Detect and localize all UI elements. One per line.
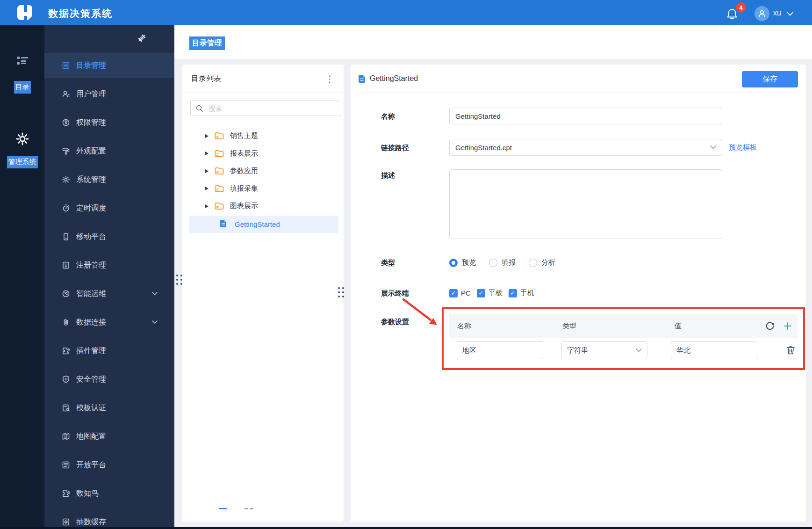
chevron-down-icon [710,145,716,149]
document-plus-icon [62,261,70,269]
sidebar-item-system-management[interactable]: 系统管理 [44,167,174,192]
radio-unselected-icon[interactable] [489,259,497,267]
catalog-tree: 销售主题 报表展示 参数应用 填报采集 [182,127,344,215]
rail-label-directory[interactable]: 目录 [14,81,31,94]
tree-folder-label: 报表展示 [230,149,258,158]
checkbox-label: 手机 [520,289,534,297]
panel-resize-handle[interactable] [338,287,344,297]
sidebar-item-label: 数知鸟 [76,489,99,499]
key-icon [62,118,70,127]
tree-folder-parameter-apps[interactable]: 参数应用 [182,162,344,180]
caret-right-icon[interactable] [205,152,208,155]
checkbox-checked-icon[interactable]: ✓ [449,289,458,297]
sidebar-item-label: 用户管理 [76,89,106,99]
caret-right-icon[interactable] [205,169,208,173]
radio-unselected-icon[interactable] [529,259,537,267]
app-title: 数据决策系统 [48,7,113,20]
search-input[interactable] [208,104,336,113]
checkbox-checked-icon[interactable]: ✓ [509,289,517,297]
sidebar-resize-handle[interactable] [176,275,182,285]
folder-icon [215,185,224,193]
preview-template-link[interactable]: 预览模板 [729,143,757,152]
map-icon [62,432,70,441]
folder-icon [215,167,224,175]
rail-label-admin-system[interactable]: 管理系统 [7,156,38,168]
terminal-option-mobile[interactable]: ✓ 手机 [509,289,534,297]
radio-label: 预览 [462,258,476,267]
param-type-select[interactable]: 字符串 [561,341,647,359]
tree-folder-chart-display[interactable]: 图表展示 [182,197,344,215]
sidebar-item-security-management[interactable]: 安全管理 [44,367,174,392]
sidebar-item-data-cache[interactable]: 抽数缓存 [44,509,174,529]
paint-roller-icon [62,147,70,155]
sidebar-item-permission-management[interactable]: 权限管理 [44,110,174,135]
parameter-table-header: 名称 类型 值 [449,314,798,338]
param-type-value: 字符串 [567,346,636,355]
param-name-input[interactable] [457,341,543,359]
sidebar-item-template-certification[interactable]: 模板认证 [44,395,174,420]
sidebar-item-user-management[interactable]: 用户管理 [44,81,174,107]
admin-gear-nav-icon[interactable] [15,132,29,146]
paperclip-icon [62,318,70,326]
caret-right-icon[interactable] [205,204,208,208]
param-value-input[interactable] [671,341,758,359]
sidebar-item-plugin-management[interactable]: 插件管理 [44,338,174,363]
sidebar-item-appearance-config[interactable]: 外观配置 [44,138,174,164]
sidebar-item-catalog-management[interactable]: 目录管理 [44,53,174,78]
sidebar-item-open-platform[interactable]: 开放平台 [44,452,174,478]
username-label: xu [773,9,781,17]
sidebar-item-label: 模板认证 [76,403,106,413]
sidebar-item-registration-management[interactable]: 注册管理 [44,253,174,278]
type-option-preview[interactable]: 预览 [449,258,476,267]
more-options-kebab-icon[interactable]: ⋮ [325,74,334,83]
terminal-option-pc[interactable]: ✓ PC [449,289,471,297]
sidebar-item-shuzhiniao[interactable]: 数知鸟 [44,481,174,506]
folder-icon [215,132,224,140]
delete-row-trash-icon[interactable] [786,345,795,355]
terminal-option-tablet[interactable]: ✓ 平板 [477,289,503,297]
sidebar-item-mobile-platform[interactable]: 移动平台 [44,224,174,249]
sidebar-item-intelligent-ops[interactable]: 智能运维 [44,281,174,306]
tree-folder-data-entry[interactable]: 填报采集 [182,180,344,198]
tree-folder-sales-theme[interactable]: 销售主题 [182,127,344,145]
refresh-icon[interactable] [765,321,775,331]
smartphone-icon [62,232,70,241]
app-window: 数据决策系统 4 xu 目录 [0,0,812,529]
chevron-down-icon [152,320,158,324]
nav-rail: 目录 管理系统 [0,25,44,529]
directory-nav-icon[interactable] [15,54,30,68]
sidebar-item-label: 抽数缓存 [76,517,106,527]
sidebar-item-label: 安全管理 [76,375,106,384]
link-path-value: GettingStarted.cpt [455,144,710,152]
name-input[interactable] [449,108,722,124]
sidebar-item-map-config[interactable]: 地图配置 [44,424,174,449]
tree-item-gettingstarted-selected[interactable]: GettingStarted [189,216,338,233]
tab-strip: 目录管理 [174,25,812,60]
caret-right-icon[interactable] [205,134,208,138]
tab-catalog-management[interactable]: 目录管理 [189,36,225,50]
tree-folder-report-display[interactable]: 报表展示 [182,145,344,163]
radio-selected-icon[interactable] [449,259,458,267]
stopwatch-icon [62,204,70,212]
avatar[interactable] [755,6,769,21]
save-button[interactable]: 保存 [742,71,798,87]
add-parameter-plus-icon[interactable] [783,322,792,330]
type-option-entry[interactable]: 填报 [489,258,516,267]
tree-folder-label: 销售主题 [230,131,258,140]
sidebar-item-label: 地图配置 [76,432,106,442]
type-option-analysis[interactable]: 分析 [529,258,555,267]
link-path-select[interactable]: GettingStarted.cpt [449,139,722,156]
sidebar-item-data-connection[interactable]: 数据连接 [44,310,174,335]
catalog-search-box[interactable] [190,100,341,116]
param-header-type: 类型 [562,322,576,331]
description-textarea[interactable] [449,169,722,239]
document-key-icon [62,404,70,412]
unpin-sidebar-icon[interactable] [137,34,146,43]
checkbox-checked-icon[interactable]: ✓ [477,289,485,297]
user-menu-chevron-down-icon[interactable] [787,12,793,16]
caret-right-icon[interactable] [205,187,208,190]
gear-icon [62,175,70,184]
sidebar-item-label: 数据连接 [76,318,106,327]
sidebar-item-scheduled-tasks[interactable]: 定时调度 [44,196,174,221]
sidebar-item-label: 权限管理 [76,118,106,128]
